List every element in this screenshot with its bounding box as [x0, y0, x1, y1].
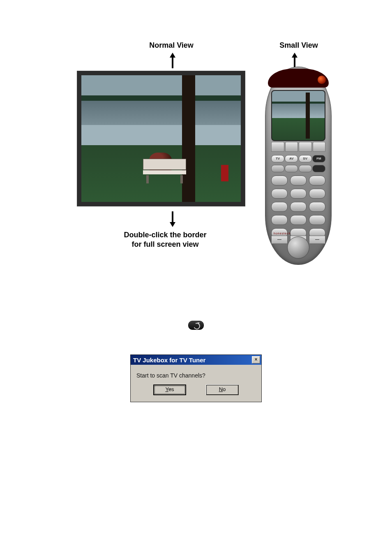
- mode-av-button[interactable]: AV: [285, 155, 298, 162]
- keypad-key[interactable]: [309, 176, 325, 185]
- dialog-message: Start to scan TV channels?: [131, 365, 261, 381]
- close-icon[interactable]: ×: [252, 356, 260, 364]
- remote-tabstrip: [271, 142, 325, 152]
- remote-small-view: TV AV SV FM: [265, 67, 332, 265]
- no-button[interactable]: No: [206, 385, 239, 395]
- document-page: Normal View Small View Double-click the …: [0, 0, 392, 556]
- dialog-title: TV Jukebox for TV Tuner: [133, 357, 205, 364]
- small-view-label: Small View: [266, 41, 332, 50]
- remote-bottom-button[interactable]: —: [309, 236, 325, 244]
- aux-button[interactable]: [312, 165, 325, 172]
- keypad-key[interactable]: [290, 176, 307, 185]
- keypad-key[interactable]: [290, 189, 307, 199]
- remote-tab[interactable]: [313, 142, 326, 152]
- aux-button[interactable]: [299, 165, 312, 172]
- arrow-up-icon: [292, 53, 297, 58]
- yes-button-rest: es: [168, 386, 174, 392]
- no-button-rest: o: [223, 386, 226, 392]
- keypad: [271, 176, 325, 241]
- views-figure: Normal View Small View Double-click the …: [65, 41, 327, 263]
- refresh-icon[interactable]: [188, 321, 204, 330]
- arrow-down-icon: [170, 222, 175, 227]
- dialog-button-row: Yes No: [131, 381, 261, 402]
- tree-detail: [306, 93, 310, 139]
- keypad-key[interactable]: [309, 202, 325, 212]
- mode-rows: TV AV SV FM: [271, 155, 325, 175]
- aux-button[interactable]: [285, 165, 298, 172]
- fullscreen-hint: Double-click the border for full screen …: [108, 230, 223, 249]
- keypad-key[interactable]: [309, 215, 325, 225]
- scan-dialog: TV Jukebox for TV Tuner × Start to scan …: [130, 354, 262, 402]
- power-button[interactable]: [317, 75, 326, 84]
- fullscreen-hint-line1: Double-click the border: [124, 231, 206, 239]
- keypad-key[interactable]: [271, 189, 288, 199]
- scan-dialog-figure: TV Jukebox for TV Tuner × Start to scan …: [130, 354, 262, 402]
- tv-border[interactable]: [77, 71, 245, 206]
- normal-view-label: Normal View: [130, 41, 212, 50]
- remote-tab[interactable]: [299, 142, 312, 152]
- keypad-key[interactable]: [271, 202, 288, 212]
- keypad-key[interactable]: [290, 202, 307, 212]
- keypad-key[interactable]: [271, 176, 288, 185]
- keypad-key[interactable]: [290, 215, 307, 225]
- yes-button[interactable]: Yes: [153, 385, 186, 395]
- remote-tab[interactable]: [271, 142, 284, 152]
- normal-view-screenshot: [77, 71, 245, 206]
- remote-bottom-button[interactable]: —: [271, 236, 288, 244]
- remote-screen[interactable]: [271, 90, 325, 141]
- keypad-key[interactable]: [271, 215, 288, 225]
- remote-tab[interactable]: [285, 142, 298, 152]
- mode-tv-button[interactable]: TV: [271, 155, 284, 162]
- dialog-titlebar[interactable]: TV Jukebox for TV Tuner ×: [131, 355, 261, 365]
- mode-fm-button[interactable]: FM: [312, 155, 325, 162]
- keypad-key[interactable]: [309, 189, 325, 199]
- aux-button[interactable]: [271, 165, 284, 172]
- fullscreen-hint-line2: for full screen view: [131, 240, 198, 248]
- remote-wheel[interactable]: [287, 236, 309, 259]
- mode-sv-button[interactable]: SV: [299, 155, 312, 162]
- arrow-up-icon: [170, 53, 175, 58]
- remote-brand-label: honestech: [274, 232, 291, 235]
